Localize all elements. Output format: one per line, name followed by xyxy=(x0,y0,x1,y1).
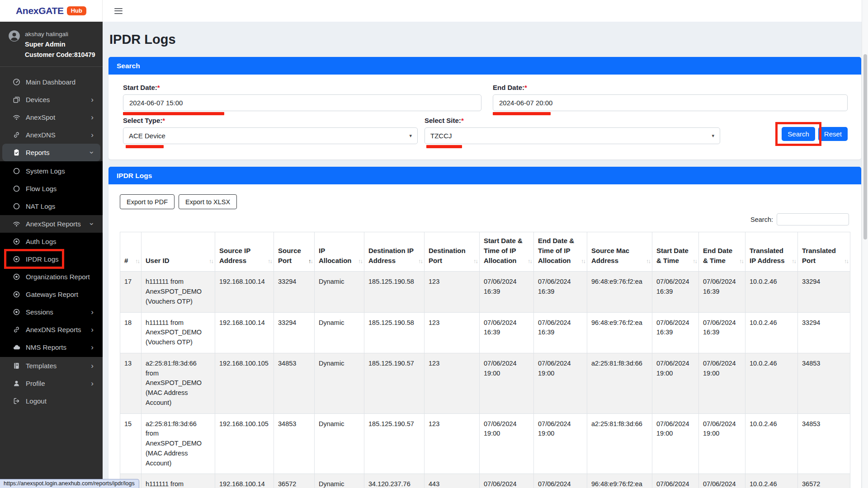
table-cell: 36572 xyxy=(274,474,315,488)
sort-icon[interactable]: ↑↓ xyxy=(209,257,213,266)
search-button[interactable]: Search xyxy=(782,127,815,141)
chevron-right-icon: › xyxy=(91,326,94,333)
page-title: IPDR Logs xyxy=(109,32,861,47)
scrollbar-thumb[interactable] xyxy=(863,54,867,239)
table-search-input[interactable] xyxy=(777,213,849,225)
required-mark: * xyxy=(162,117,165,124)
sidebar-item-label: System Logs xyxy=(26,167,65,175)
table-search-label: Search: xyxy=(750,216,773,223)
sort-icon[interactable]: ↑↓ xyxy=(792,257,796,266)
sidebar-item-reports[interactable]: Reports› xyxy=(2,144,100,161)
sort-icon[interactable]: ↑↓ xyxy=(268,257,272,266)
table-cell: 34.120.237.76 xyxy=(364,474,425,488)
chevron-right-icon: › xyxy=(91,343,94,351)
table-cell: 13 xyxy=(120,353,142,413)
sidebar-item-anexspot[interactable]: AnexSpot› xyxy=(0,108,103,126)
table-cell: 192.168.100.105 xyxy=(215,413,274,474)
column-header-translated-port[interactable]: Translated Port↑↓ xyxy=(798,232,850,272)
table-cell: a2:25:81:f8:3d:66 xyxy=(587,353,652,413)
column-header-source-ip-address[interactable]: Source IP Address↑↓ xyxy=(215,232,274,272)
wifi-icon xyxy=(13,113,20,121)
chevron-right-icon: › xyxy=(91,113,94,121)
column-header-end-date-time[interactable]: End Date & Time↑↓ xyxy=(699,232,745,272)
sort-icon[interactable]: ↑↓ xyxy=(844,257,848,266)
column-header-translated-ip-address[interactable]: Translated IP Address↑↓ xyxy=(745,232,798,272)
sidebar-item-system-logs[interactable]: System Logs xyxy=(0,162,103,180)
sidebar-item-anexdns[interactable]: AnexDNS› xyxy=(0,126,103,144)
sidebar-item-gateways-report[interactable]: Gateways Report xyxy=(0,286,103,303)
sidebar-item-flow-logs[interactable]: Flow Logs xyxy=(0,180,103,197)
table-row: 27h111111 from192.168.100.1436572Dynamic… xyxy=(120,474,850,488)
start-date-input[interactable] xyxy=(123,94,481,111)
content: IPDR Logs Search Start Date:* End Date:* xyxy=(103,22,868,488)
sidebar-item-nms-reports[interactable]: NMS Reports› xyxy=(0,338,103,356)
column-header-destination-ip-address[interactable]: Destination IP Address↑↓ xyxy=(364,232,425,272)
sort-icon[interactable]: ↑↓ xyxy=(528,257,532,266)
menu-toggle-button[interactable] xyxy=(114,8,123,14)
sidebar-item-auth-logs[interactable]: Auth Logs xyxy=(0,233,103,250)
sidebar-item-organizations-report[interactable]: Organizations Report xyxy=(0,268,103,286)
reset-button[interactable]: Reset xyxy=(818,127,848,141)
column-header-destination-port[interactable]: Destination Port↑↓ xyxy=(425,232,480,272)
table-cell: a2:25:81:f8:3d:66 xyxy=(587,413,652,474)
sidebar-item-ipdr-logs[interactable]: IPDR Logs xyxy=(0,250,103,268)
sidebar-item-label: AnexSpot xyxy=(26,113,55,121)
table-cell: 443 xyxy=(425,474,480,488)
speedometer-icon xyxy=(13,78,20,86)
sidebar-item-main-dashboard[interactable]: Main Dashboard xyxy=(0,73,103,91)
sidebar-item-nat-logs[interactable]: NAT Logs xyxy=(0,197,103,215)
sort-icon[interactable]: ↑↓ xyxy=(693,257,697,266)
sort-icon[interactable]: ↑↓ xyxy=(473,257,477,266)
table-cell: 185.125.190.57 xyxy=(364,353,425,413)
export-pdf-button[interactable]: Export to PDF xyxy=(120,194,175,209)
table-cell: 185.125.190.58 xyxy=(364,272,425,312)
column-header-[interactable]: #↑↓ xyxy=(120,232,142,272)
column-header-start-date-time[interactable]: Start Date & Time↑↓ xyxy=(652,232,699,272)
sort-icon[interactable]: ↑↓ xyxy=(308,257,312,266)
table-cell: 123 xyxy=(425,353,480,413)
select-site-dropdown[interactable]: TZCCJ ▾ xyxy=(425,127,720,144)
column-header-source-mac-address[interactable]: Source Mac Address↑↓ xyxy=(587,232,652,272)
table-cell: Dynamic xyxy=(315,272,364,312)
sidebar-item-sessions[interactable]: Sessions› xyxy=(0,303,103,321)
circle-icon xyxy=(13,185,20,192)
column-header-source-port[interactable]: Source Port↑↓ xyxy=(274,232,315,272)
sidebar-item-profile[interactable]: Profile› xyxy=(0,375,103,392)
circle-icon xyxy=(13,202,20,210)
sidebar-item-label: AnexSpot Reports xyxy=(26,220,81,228)
brand-logo: AnexGATE Hub xyxy=(0,0,103,22)
sidebar-item-templates[interactable]: Templates› xyxy=(0,357,103,375)
table-cell: 07/06/2024 xyxy=(652,474,699,488)
select-site-label: Select Site:* xyxy=(425,117,720,124)
column-header-user-id[interactable]: User ID↑↓ xyxy=(142,232,215,272)
sort-icon[interactable]: ↑↓ xyxy=(646,257,650,266)
table-cell: 07/06/2024 xyxy=(534,474,587,488)
sidebar-item-anexdns-reports[interactable]: AnexDNS Reports› xyxy=(0,321,103,338)
chevron-right-icon: › xyxy=(91,308,94,316)
table-cell: 07/06/2024 xyxy=(480,474,534,488)
export-xlsx-button[interactable]: Export to XLSX xyxy=(179,194,237,209)
column-header-start-date-time-of-ip-allocation[interactable]: Start Date & Time of IP Allocation↑↓ xyxy=(480,232,534,272)
sort-icon[interactable]: ↑↓ xyxy=(739,257,743,266)
sort-icon[interactable]: ↑↓ xyxy=(135,257,139,266)
user-role: Super Admin xyxy=(25,40,95,49)
user-customer-code: Customer Code:810479 xyxy=(25,50,95,59)
book-icon xyxy=(13,362,20,370)
start-date-label: Start Date:* xyxy=(123,84,481,91)
sort-icon[interactable]: ↑↓ xyxy=(418,257,422,266)
end-date-underline-annotation xyxy=(493,112,551,115)
wifi-icon xyxy=(13,220,20,228)
select-type-dropdown[interactable]: ACE Device ▾ xyxy=(123,127,418,144)
sidebar-item-anexspot-reports[interactable]: AnexSpot Reports› xyxy=(0,215,103,233)
table-cell: 07/06/2024 16:39 xyxy=(534,272,587,312)
column-header-ip-allocation[interactable]: IP Allocation↑↓ xyxy=(315,232,364,272)
search-button-highlight-annotation: Search xyxy=(775,122,821,146)
table-cell: 192.168.100.14 xyxy=(215,272,274,312)
sort-icon[interactable]: ↑↓ xyxy=(358,257,362,266)
column-header-end-date-time-of-ip-allocation[interactable]: End Date & Time of IP Allocation↑↓ xyxy=(534,232,587,272)
sidebar-item-logout[interactable]: Logout xyxy=(0,392,103,410)
end-date-input[interactable] xyxy=(493,94,848,111)
sort-icon[interactable]: ↑↓ xyxy=(581,257,585,266)
sidebar-item-devices[interactable]: Devices› xyxy=(0,91,103,108)
sidebar-item-label: Main Dashboard xyxy=(26,78,75,86)
